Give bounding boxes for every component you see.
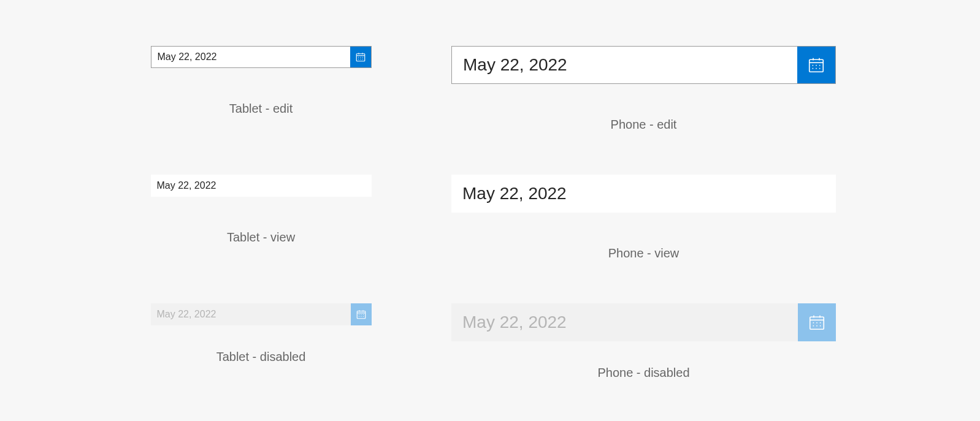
date-value: May 22, 2022: [451, 175, 836, 213]
cell-tablet-disabled: May 22, 2022: [144, 303, 378, 380]
date-value: May 22, 2022: [151, 175, 372, 197]
cell-phone-view: May 22, 2022 Phone - view: [451, 175, 836, 260]
svg-point-15: [816, 65, 817, 66]
svg-point-25: [361, 314, 361, 315]
calendar-icon: [355, 51, 366, 63]
svg-point-29: [362, 316, 363, 317]
caption-tablet-disabled: Tablet - disabled: [216, 350, 306, 364]
calendar-icon: [356, 309, 367, 320]
datepicker-phone-disabled: May 22, 2022: [451, 303, 836, 341]
calendar-button[interactable]: [797, 47, 835, 83]
date-value: May 22, 2022: [451, 303, 798, 341]
svg-point-26: [362, 314, 363, 315]
calendar-icon: [807, 56, 825, 74]
date-value[interactable]: May 22, 2022: [151, 47, 350, 67]
caption-phone-disabled: Phone - disabled: [597, 366, 689, 380]
calendar-button: [798, 303, 836, 341]
svg-point-34: [813, 322, 814, 324]
svg-point-19: [819, 68, 821, 69]
svg-point-5: [360, 57, 361, 58]
cell-phone-edit: May 22, 2022: [451, 46, 836, 132]
svg-point-18: [816, 68, 817, 69]
caption-tablet-view: Tablet - view: [227, 230, 295, 245]
datepicker-tablet-view: May 22, 2022: [151, 175, 372, 197]
svg-point-6: [362, 57, 362, 58]
svg-point-28: [361, 316, 361, 317]
svg-point-35: [816, 322, 817, 324]
svg-point-8: [360, 59, 361, 59]
datepicker-phone-edit[interactable]: May 22, 2022: [451, 46, 836, 84]
svg-point-16: [819, 65, 821, 66]
calendar-button: [351, 303, 372, 325]
svg-point-7: [358, 59, 359, 59]
svg-point-14: [813, 65, 814, 66]
datepicker-tablet-edit[interactable]: May 22, 2022: [151, 46, 372, 68]
datepicker-phone-view: May 22, 2022: [451, 175, 836, 213]
svg-point-37: [813, 325, 814, 327]
svg-point-36: [820, 322, 821, 324]
caption-tablet-edit: Tablet - edit: [229, 102, 293, 116]
svg-point-9: [362, 59, 362, 59]
cell-tablet-edit: May 22, 2022: [144, 46, 378, 132]
datepicker-tablet-disabled: May 22, 2022: [151, 303, 372, 325]
cell-phone-disabled: May 22, 2022: [451, 303, 836, 380]
svg-point-39: [820, 325, 821, 327]
svg-point-17: [813, 68, 814, 69]
date-value[interactable]: May 22, 2022: [452, 47, 797, 83]
variant-grid: May 22, 2022: [0, 0, 980, 417]
svg-point-38: [816, 325, 817, 327]
calendar-icon: [808, 313, 826, 332]
cell-tablet-view: May 22, 2022 Tablet - view: [144, 175, 378, 260]
caption-phone-edit: Phone - edit: [611, 118, 677, 132]
svg-point-24: [359, 314, 359, 315]
caption-phone-view: Phone - view: [608, 246, 679, 260]
svg-point-27: [359, 316, 359, 317]
svg-point-4: [358, 57, 359, 58]
calendar-button[interactable]: [350, 47, 371, 67]
date-value: May 22, 2022: [151, 303, 351, 325]
